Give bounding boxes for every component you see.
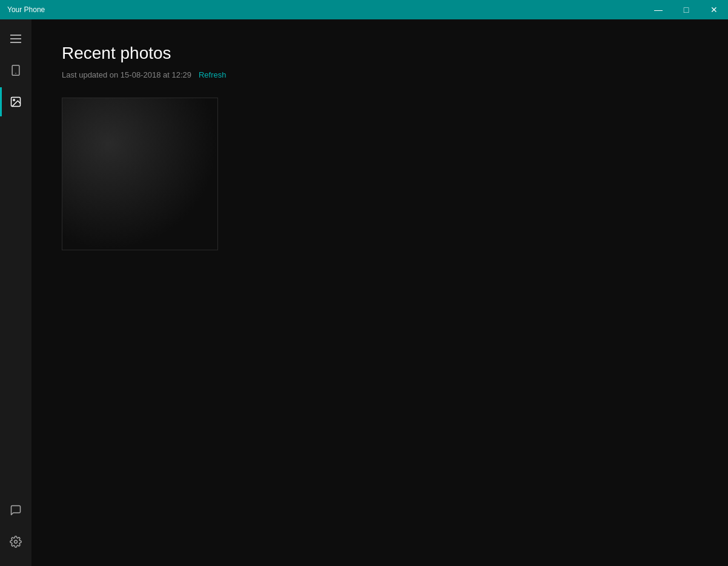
- minimize-button[interactable]: —: [644, 0, 672, 19]
- sidebar-bottom: [0, 496, 31, 566]
- photo-thumbnail[interactable]: [62, 98, 218, 250]
- refresh-button[interactable]: Refresh: [199, 70, 227, 79]
- feedback-icon: [10, 504, 22, 516]
- window-controls: — □ ✕: [644, 0, 728, 19]
- hamburger-icon: [10, 35, 21, 43]
- photo-image: [62, 98, 217, 250]
- photos-grid: [62, 98, 704, 250]
- main-content: Recent photos Last updated on 15-08-2018…: [31, 19, 728, 566]
- sidebar-item-feedback[interactable]: [0, 496, 31, 525]
- sidebar-item-menu[interactable]: [0, 24, 31, 53]
- maximize-button[interactable]: □: [672, 0, 700, 19]
- last-updated-text: Last updated on 15-08-2018 at 12:29: [62, 70, 191, 79]
- page-title: Recent photos: [62, 44, 704, 63]
- sidebar-item-phone[interactable]: [0, 56, 31, 85]
- close-button[interactable]: ✕: [700, 0, 728, 19]
- titlebar: Your Phone — □ ✕: [0, 0, 728, 19]
- sidebar: [0, 19, 31, 566]
- app-title: Your Phone: [5, 5, 45, 14]
- app-layout: Recent photos Last updated on 15-08-2018…: [0, 19, 728, 566]
- svg-point-3: [13, 99, 15, 101]
- sidebar-item-settings[interactable]: [0, 527, 31, 556]
- photos-icon: [10, 96, 22, 108]
- sidebar-item-photos[interactable]: [0, 87, 31, 116]
- phone-icon: [10, 64, 22, 76]
- sidebar-top: [0, 24, 31, 496]
- svg-rect-0: [12, 65, 19, 76]
- settings-icon: [10, 536, 22, 548]
- subtitle-row: Last updated on 15-08-2018 at 12:29 Refr…: [62, 70, 704, 79]
- svg-point-4: [15, 541, 18, 544]
